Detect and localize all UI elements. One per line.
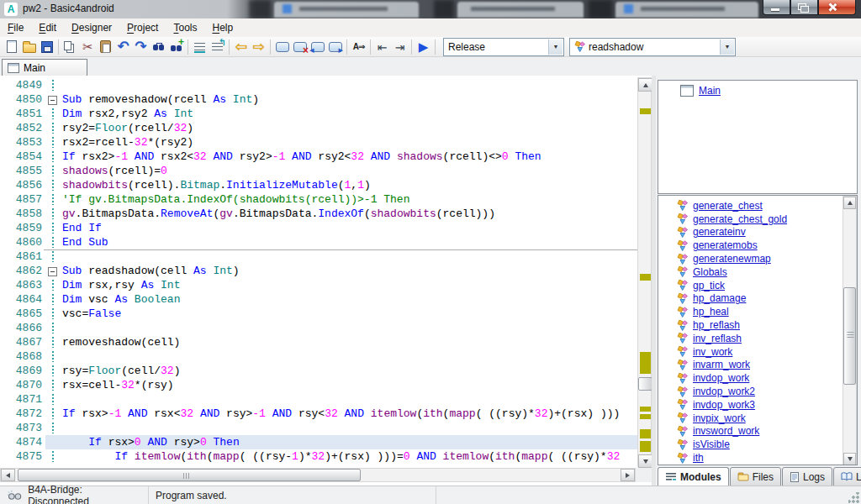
- scroll-down-button[interactable]: [638, 454, 652, 468]
- code-line-4874[interactable]: 4874 If rsx>0 AND rsy>0 Then: [0, 435, 637, 449]
- subs-scroll-thumb[interactable]: [843, 287, 856, 385]
- code-text[interactable]: If rsx>0 AND rsy>0 Then: [62, 435, 637, 449]
- code-line-4853[interactable]: 4853rsx2=rcell-32*(rsy2): [0, 135, 637, 150]
- code-line-4849[interactable]: 4849: [0, 78, 637, 92]
- sub-link[interactable]: hp_heal: [693, 306, 729, 318]
- align-list-icon[interactable]: [191, 38, 209, 55]
- comment-box-icon[interactable]: [273, 38, 291, 55]
- menu-file[interactable]: File: [0, 19, 31, 36]
- code-line-4855[interactable]: 4855shadows(rcell)=0: [0, 164, 637, 178]
- code-text[interactable]: rsy2=Floor(rcell/32): [62, 121, 637, 135]
- code-line-4854[interactable]: 4854If rsx2>-1 AND rsx2<32 AND rsy2>-1 A…: [0, 150, 637, 164]
- sub-link[interactable]: generatemobs: [693, 239, 758, 251]
- fold-margin[interactable]: [45, 92, 62, 107]
- code-line-4862[interactable]: 4862Sub readshadow(cell As Int): [0, 264, 637, 278]
- autocomplete-icon[interactable]: [350, 38, 367, 55]
- sub-item-hp_damage[interactable]: hp_damage: [658, 292, 843, 306]
- sub-link[interactable]: hp_damage: [693, 292, 746, 304]
- sub-link[interactable]: inv_work: [693, 346, 732, 358]
- code-line-4857[interactable]: 4857'If gv.BitmapsData.IndexOf(shadowbit…: [0, 192, 637, 207]
- tab-main[interactable]: Main: [2, 59, 87, 76]
- nav-back-icon[interactable]: [232, 38, 250, 55]
- sub-item[interactable]: [658, 465, 843, 465]
- find-add-icon[interactable]: [167, 38, 185, 55]
- sub-item-Globals[interactable]: Globals: [658, 265, 843, 279]
- sub-link[interactable]: gp_tick: [693, 280, 725, 291]
- menu-designer[interactable]: Designer: [64, 19, 119, 36]
- scroll-down-button[interactable]: [843, 453, 856, 465]
- find-icon[interactable]: [150, 38, 167, 55]
- editor-horizontal-scrollbar[interactable]: [0, 468, 636, 482]
- code-text[interactable]: removeshadow(cell): [62, 335, 637, 349]
- sub-link[interactable]: ith: [693, 452, 704, 464]
- code-text[interactable]: rsx2=rcell-32*(rsy2): [62, 135, 637, 150]
- module-item-main[interactable]: Main: [658, 81, 857, 97]
- code-line-4870[interactable]: 4870rsx=cell-32*(rsy): [0, 378, 637, 392]
- tab-libs[interactable]: Libs: [833, 467, 861, 486]
- tab-modules[interactable]: Modules: [658, 467, 729, 486]
- sub-item-invpix_work[interactable]: invpix_work: [658, 412, 843, 425]
- align-return-icon[interactable]: [209, 38, 226, 55]
- copy-icon[interactable]: [61, 38, 79, 55]
- code-line-4851[interactable]: 4851Dim rsx2,rsy2 As Int: [0, 107, 637, 121]
- fold-collapse-icon[interactable]: [48, 267, 57, 276]
- code-text[interactable]: Sub readshadow(cell As Int): [62, 264, 637, 278]
- code-line-4872[interactable]: 4872If rsx>-1 AND rsx<32 AND rsy>-1 AND …: [0, 407, 637, 421]
- code-line-4864[interactable]: 4864Dim vsc As Boolean: [0, 292, 637, 307]
- module-link[interactable]: Main: [699, 85, 721, 97]
- sub-link[interactable]: invpix_work: [693, 412, 746, 424]
- maximize-button[interactable]: [790, 0, 818, 15]
- code-line-4856[interactable]: 4856shadowbits(rcell).Bitmap.InitializeM…: [0, 178, 637, 192]
- menu-edit[interactable]: Edit: [31, 19, 64, 36]
- title-bar[interactable]: A pw2 - Basic4android: [0, 0, 861, 19]
- code-text[interactable]: Dim rsx,rsy As Int: [62, 278, 637, 292]
- chevron-down-icon[interactable]: ▼: [720, 39, 734, 55]
- sub-item-hp_reflash[interactable]: hp_reflash: [658, 318, 843, 332]
- code-line-4868[interactable]: 4868: [0, 349, 637, 364]
- code-text[interactable]: [62, 392, 637, 407]
- tab-files[interactable]: Files: [730, 467, 781, 486]
- sub-link[interactable]: invarm_work: [693, 359, 750, 370]
- close-button[interactable]: [818, 0, 856, 15]
- sub-item-isVisible[interactable]: isVisible: [658, 438, 843, 451]
- sub-item-generatenewmap[interactable]: generatenewmap: [658, 252, 843, 265]
- scroll-right-button[interactable]: [621, 469, 635, 481]
- sub-item-invdop_work[interactable]: invdop_work: [658, 371, 843, 385]
- code-text[interactable]: Sub removeshadow(rcell As Int): [62, 92, 637, 107]
- code-text[interactable]: If rsx2>-1 AND rsx2<32 AND rsy2>-1 AND r…: [62, 150, 637, 164]
- code-text[interactable]: [62, 321, 637, 335]
- nav-forward-icon[interactable]: [250, 38, 267, 55]
- code-text[interactable]: [62, 78, 637, 92]
- code-text[interactable]: [62, 421, 637, 435]
- sub-item-invdop_work3[interactable]: invdop_work3: [658, 398, 843, 412]
- code-line-4860[interactable]: 4860End Sub: [0, 235, 637, 249]
- subs-scrollbar[interactable]: [843, 196, 857, 465]
- code-text[interactable]: shadowbits(rcell).Bitmap.InitializeMutab…: [62, 178, 637, 192]
- indent-icon[interactable]: [391, 38, 409, 55]
- vertical-scroll-thumb[interactable]: [638, 377, 652, 391]
- run-icon[interactable]: [415, 38, 432, 55]
- code-text[interactable]: 'If gv.BitmapsData.IndexOf(shadowbits(rc…: [62, 192, 637, 207]
- sub-link[interactable]: inv_reflash: [693, 333, 742, 344]
- code-line-4861[interactable]: 4861: [0, 249, 637, 264]
- scroll-up-button[interactable]: [843, 197, 856, 209]
- code-text[interactable]: [62, 249, 637, 264]
- sub-item-generate_chest[interactable]: generate_chest: [658, 199, 843, 213]
- tab-logs[interactable]: Logs: [782, 467, 832, 486]
- code-text[interactable]: [62, 349, 637, 364]
- code-line-4863[interactable]: 4863Dim rsx,rsy As Int: [0, 278, 637, 292]
- code-text[interactable]: vsc=False: [62, 307, 637, 321]
- sub-link[interactable]: invdop_work: [693, 372, 749, 384]
- paste-icon[interactable]: [97, 38, 114, 55]
- chevron-down-icon[interactable]: ▼: [548, 39, 563, 55]
- sub-item-invsword_work[interactable]: invsword_work: [658, 425, 843, 438]
- code-text[interactable]: rsy=Floor(cell/32): [62, 364, 637, 378]
- sub-item-gp_tick[interactable]: gp_tick: [658, 279, 843, 292]
- sub-item-invarm_work[interactable]: invarm_work: [658, 359, 843, 372]
- code-line-4871[interactable]: 4871: [0, 392, 637, 407]
- code-line-4873[interactable]: 4873: [0, 421, 637, 435]
- code-line-4850[interactable]: 4850Sub removeshadow(rcell As Int): [0, 92, 637, 107]
- code-text[interactable]: If itemlow(ith(mapp( ((rsy-1)*32)+(rsx) …: [62, 449, 637, 464]
- sub-item-inv_work[interactable]: inv_work: [658, 345, 843, 359]
- code-line-4866[interactable]: 4866: [0, 321, 637, 335]
